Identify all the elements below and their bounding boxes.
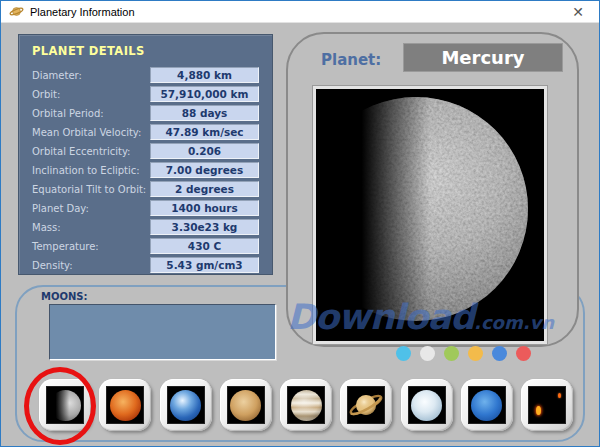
detail-row-temperature: Temperature: 430 C: [32, 238, 259, 254]
moons-listbox[interactable]: [49, 304, 276, 360]
planet-button-jupiter[interactable]: [280, 379, 332, 431]
saturn-app-icon: [9, 4, 24, 19]
detail-label: Planet Day:: [32, 203, 150, 214]
planet-display-panel: Planet: Mercury: [286, 32, 579, 347]
neptune-icon: [468, 386, 506, 424]
dot-orange: [468, 346, 483, 361]
detail-value: 7.00 degrees: [150, 162, 259, 178]
detail-value: 5.43 gm/cm3: [150, 257, 259, 273]
planetary-information-window: Planetary Information ✕ PLANET DETAILS D…: [0, 0, 600, 447]
detail-value: 57,910,000 km: [150, 86, 259, 102]
detail-row-orbit: Orbit: 57,910,000 km: [32, 86, 259, 102]
planet-button-earth[interactable]: [160, 379, 212, 431]
details-heading: PLANET DETAILS: [32, 44, 259, 58]
mars-icon: [227, 386, 265, 424]
close-button[interactable]: ✕: [565, 2, 591, 22]
planet-button-uranus[interactable]: [401, 379, 453, 431]
detail-label: Orbital Period:: [32, 108, 150, 119]
detail-label: Mean Orbital Velocity:: [32, 127, 150, 138]
dot-green: [444, 346, 459, 361]
dot-red: [516, 346, 531, 361]
saturn-icon: [347, 386, 385, 424]
mercury-rendering: [316, 89, 544, 341]
detail-value: 2 degrees: [150, 181, 259, 197]
detail-label: Diameter:: [32, 70, 150, 81]
window-title: Planetary Information: [30, 6, 135, 18]
planet-image: [313, 86, 547, 344]
detail-label: Mass:: [32, 222, 150, 233]
detail-value: 3.30e23 kg: [150, 219, 259, 235]
dot-blue: [492, 346, 507, 361]
jupiter-icon: [287, 386, 325, 424]
detail-label: Density:: [32, 260, 150, 271]
planet-button-row: [39, 379, 573, 431]
moons-label: MOONS:: [41, 291, 88, 302]
planet-button-venus[interactable]: [99, 379, 151, 431]
planet-button-pluto[interactable]: [521, 379, 573, 431]
detail-value: 88 days: [150, 105, 259, 121]
dot-cyan: [396, 346, 411, 361]
detail-row-diameter: Diameter: 4,880 km: [32, 67, 259, 83]
detail-row-inclination-to-ecliptic: Inclination to Ecliptic: 7.00 degrees: [32, 162, 259, 178]
detail-row-mass: Mass: 3.30e23 kg: [32, 219, 259, 235]
detail-label: Orbit:: [32, 89, 150, 100]
detail-value: 1400 hours: [150, 200, 259, 216]
planet-button-mercury[interactable]: [39, 379, 91, 431]
planet-details-panel: PLANET DETAILS Diameter: 4,880 km Orbit:…: [18, 34, 273, 275]
planet-button-saturn[interactable]: [340, 379, 392, 431]
detail-row-orbital-eccentricity: Orbital Eccentricity: 0.206: [32, 143, 259, 159]
planet-name-display: Mercury: [403, 43, 563, 72]
color-dots-row: [396, 346, 531, 361]
detail-value: 430 C: [150, 238, 259, 254]
detail-row-planet-day: Planet Day: 1400 hours: [32, 200, 259, 216]
planet-button-neptune[interactable]: [461, 379, 513, 431]
planet-label: Planet:: [321, 51, 381, 69]
earth-icon: [167, 386, 205, 424]
dot-white: [420, 346, 435, 361]
detail-label: Equatorial Tilt to Orbit:: [32, 184, 150, 195]
detail-label: Temperature:: [32, 241, 150, 252]
detail-value: 47.89 km/sec: [150, 124, 259, 140]
detail-row-density: Density: 5.43 gm/cm3: [32, 257, 259, 273]
detail-row-mean-orbital-velocity: Mean Orbital Velocity: 47.89 km/sec: [32, 124, 259, 140]
detail-value: 0.206: [150, 143, 259, 159]
venus-icon: [106, 386, 144, 424]
pluto-icon: [528, 386, 566, 424]
detail-value: 4,880 km: [150, 67, 259, 83]
detail-label: Inclination to Ecliptic:: [32, 165, 150, 176]
detail-label: Orbital Eccentricity:: [32, 146, 150, 157]
mercury-icon: [46, 386, 84, 424]
title-bar: Planetary Information ✕: [1, 1, 599, 23]
planet-button-mars[interactable]: [220, 379, 272, 431]
detail-row-equatorial-tilt: Equatorial Tilt to Orbit: 2 degrees: [32, 181, 259, 197]
uranus-icon: [408, 386, 446, 424]
detail-row-orbital-period: Orbital Period: 88 days: [32, 105, 259, 121]
